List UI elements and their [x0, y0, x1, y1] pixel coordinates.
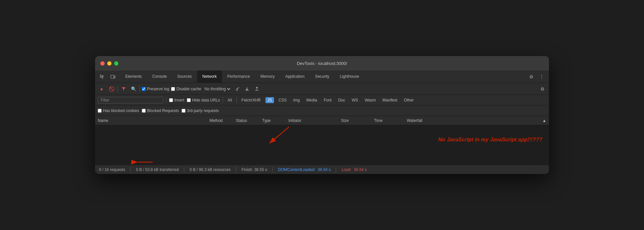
status-sep-5 — [336, 167, 336, 172]
hide-data-urls-label[interactable]: Hide data URLs — [187, 98, 220, 102]
title-bar: DevTools - localhost:3000/ — [95, 56, 549, 71]
filter-type-other[interactable]: Other — [402, 97, 416, 103]
status-sep-3 — [236, 167, 236, 172]
tab-network[interactable]: Network — [197, 71, 222, 83]
status-sep-2 — [184, 167, 184, 172]
device-toolbar-icon[interactable] — [108, 72, 117, 81]
filter-type-wasm[interactable]: Wasm — [363, 97, 378, 103]
filter-type-ws[interactable]: WS — [350, 97, 360, 103]
filter-type-font[interactable]: Font — [322, 97, 334, 103]
tab-sources[interactable]: Sources — [172, 71, 197, 83]
filter-type-doc[interactable]: Doc — [336, 97, 347, 103]
tab-icons — [98, 72, 117, 81]
tab-elements[interactable]: Elements — [120, 71, 147, 83]
status-dom-content-loaded: DOMContentLoaded: 36.54 s — [278, 167, 331, 172]
tab-application[interactable]: Application — [280, 71, 310, 83]
hide-data-urls-checkbox[interactable] — [187, 98, 191, 102]
filter-bar2: Has blocked cookies Blocked Requests 3rd… — [95, 105, 549, 116]
record-button[interactable]: ● — [98, 85, 106, 93]
more-icon[interactable]: ⋮ — [537, 72, 546, 81]
status-transferred: 0 B / 53.8 kB transferred — [136, 167, 179, 172]
col-header-initiator[interactable]: Initiator — [288, 118, 341, 123]
throttle-select[interactable]: No throttling — [203, 86, 231, 92]
svg-rect-1 — [114, 76, 115, 78]
network-toolbar: ● 🚫 🔍 Preserve log Disable cache No thro… — [95, 83, 549, 95]
settings-icon[interactable]: ⚙ — [527, 72, 536, 81]
filter-input[interactable] — [98, 97, 163, 103]
filter-type-fetch-xhr[interactable]: Fetch/XHR — [239, 97, 263, 103]
filter-type-media[interactable]: Media — [304, 97, 319, 103]
filter-type-img[interactable]: Img — [291, 97, 302, 103]
filter-divider-1 — [166, 97, 166, 103]
search-icon[interactable]: 🔍 — [130, 85, 137, 93]
third-party-checkbox[interactable] — [182, 109, 186, 113]
svg-rect-0 — [111, 75, 114, 78]
hide-data-urls-group: Hide data URLs — [187, 98, 220, 102]
has-blocked-cookies-checkbox[interactable] — [98, 109, 102, 113]
tab-lighthouse[interactable]: Lighthouse — [334, 71, 364, 83]
filter-divider-3 — [236, 97, 237, 103]
preserve-log-checkbox[interactable] — [142, 87, 146, 91]
tab-actions: ⚙ ⋮ — [527, 72, 546, 81]
col-header-size[interactable]: Size — [341, 118, 374, 123]
table-body: No JavaScript in my JavaScript app!!!??? — [95, 125, 549, 165]
inspect-icon[interactable] — [98, 72, 107, 81]
network-conditions-icon[interactable] — [233, 85, 241, 93]
tab-bar: Elements Console Sources Network Perform… — [95, 71, 549, 83]
filter-type-all[interactable]: All — [226, 97, 234, 103]
filter-bar: Invert Hide data URLs All Fetch/XHR JS C… — [95, 95, 549, 105]
invert-group: Invert — [169, 98, 184, 102]
svg-point-2 — [236, 90, 237, 91]
table-header: Name Method Status Type Initiator Size T… — [95, 116, 549, 125]
third-party-label[interactable]: 3rd-party requests — [182, 108, 219, 113]
status-sep-4 — [272, 167, 273, 172]
export-icon[interactable] — [253, 85, 261, 93]
tab-performance[interactable]: Performance — [222, 71, 255, 83]
invert-checkbox[interactable] — [169, 98, 173, 102]
window-title: DevTools - localhost:3000/ — [297, 61, 347, 66]
annotation-svg — [95, 125, 549, 165]
col-header-time[interactable]: Time — [374, 118, 407, 123]
disable-cache-group: Disable cache — [171, 87, 201, 91]
status-bar: 0 / 16 requests 0 B / 53.8 kB transferre… — [95, 165, 549, 174]
col-header-name[interactable]: Name — [98, 118, 210, 123]
col-header-method[interactable]: Method — [210, 118, 236, 123]
annotation-text: No JavaScript in my JavaScript app!!!??? — [438, 137, 542, 143]
preserve-log-label[interactable]: Preserve log — [142, 87, 169, 91]
filter-divider-2 — [223, 97, 223, 103]
blocked-requests-label[interactable]: Blocked Requests — [142, 108, 179, 113]
import-icon[interactable] — [243, 85, 251, 93]
tab-console[interactable]: Console — [147, 71, 172, 83]
status-requests: 0 / 16 requests — [99, 167, 125, 172]
status-resources: 0 B / 96.3 kB resources — [189, 167, 231, 172]
preserve-log-group: Preserve log — [142, 87, 169, 91]
filter-type-js[interactable]: JS — [265, 97, 274, 103]
filter-type-manifest[interactable]: Manifest — [380, 97, 399, 103]
filter-icon[interactable] — [120, 85, 128, 93]
toolbar-divider-2 — [139, 86, 140, 92]
devtools-window: DevTools - localhost:3000/ Elements Cons… — [95, 56, 549, 174]
status-load: Load: 36.54 s — [341, 167, 367, 172]
tab-memory[interactable]: Memory — [255, 71, 280, 83]
disable-cache-label[interactable]: Disable cache — [171, 87, 201, 91]
minimize-button[interactable] — [107, 61, 111, 66]
clear-button[interactable]: 🚫 — [108, 85, 115, 93]
has-blocked-cookies-label[interactable]: Has blocked cookies — [98, 108, 139, 113]
traffic-lights — [100, 61, 118, 66]
sort-icon: ▲ — [542, 118, 546, 123]
status-sep-1 — [130, 167, 131, 172]
maximize-button[interactable] — [114, 61, 118, 66]
tab-security[interactable]: Security — [310, 71, 334, 83]
blocked-requests-checkbox[interactable] — [142, 109, 146, 113]
status-finish: Finish: 36.55 s — [241, 167, 267, 172]
col-header-type[interactable]: Type — [262, 118, 288, 123]
filter-type-css[interactable]: CSS — [277, 97, 289, 103]
disable-cache-checkbox[interactable] — [171, 87, 175, 91]
col-header-waterfall[interactable]: Waterfall ▲ — [407, 118, 546, 123]
col-header-status[interactable]: Status — [236, 118, 262, 123]
network-settings-icon[interactable]: ⚙ — [538, 85, 546, 93]
close-button[interactable] — [100, 61, 105, 66]
invert-label[interactable]: Invert — [169, 98, 184, 102]
svg-line-5 — [269, 127, 289, 143]
toolbar-divider-1 — [117, 86, 118, 92]
